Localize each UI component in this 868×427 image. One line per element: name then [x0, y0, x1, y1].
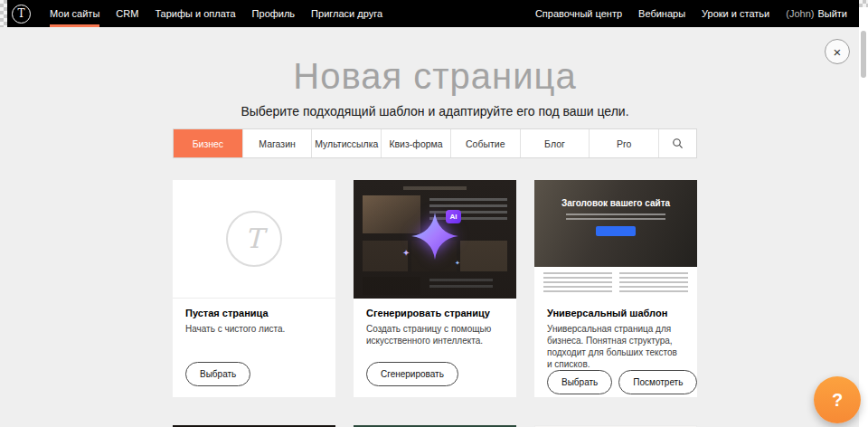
select-universal-button[interactable]: Выбрать: [547, 370, 612, 394]
ai-template-preview[interactable]: ✦ ✦ AI: [354, 180, 516, 299]
nav-profile[interactable]: Профиль: [244, 0, 304, 27]
scrollbar-thumb[interactable]: [861, 31, 866, 78]
blank-template-preview[interactable]: T: [173, 180, 335, 299]
tab-shop[interactable]: Магазин: [242, 129, 312, 157]
page-subtitle: Выберите подходящий шаблон и адаптируйте…: [173, 104, 697, 119]
card-description: Универсальная страница для бизнеса. Поня…: [547, 323, 684, 370]
card-actions: Сгенерировать: [366, 362, 504, 386]
card-actions: Выбрать Посмотреть: [547, 370, 684, 394]
nav-webinars[interactable]: Вебинары: [630, 0, 693, 27]
nav-help-center[interactable]: Справочный центр: [527, 0, 630, 27]
template-cards: T Пустая страница Начать с чистого листа…: [173, 180, 697, 397]
close-button[interactable]: ×: [825, 39, 850, 64]
sparkle-icon: ✦: [402, 249, 410, 258]
user-name: (John): [786, 8, 814, 19]
tab-multilink[interactable]: Мультиссылка: [311, 129, 381, 157]
preview-text-section: [534, 267, 697, 299]
tab-blog[interactable]: Блог: [520, 129, 590, 157]
tilda-mark-letter: T: [245, 225, 263, 252]
card-actions: Выбрать: [185, 362, 323, 386]
page-title: Новая страница: [173, 56, 697, 96]
preview-hero-button: [596, 226, 636, 236]
logout-label: Выйти: [817, 8, 847, 19]
sparkle-icon: ✦: [455, 260, 460, 266]
card-title: Универсальный шаблон: [547, 308, 684, 318]
help-icon: ?: [832, 390, 843, 411]
template-card-blank: T Пустая страница Начать с чистого листа…: [173, 180, 335, 397]
main-nav: Мои сайты CRM Тарифы и оплата Профиль Пр…: [42, 0, 391, 27]
scrollbar[interactable]: [859, 0, 868, 427]
tab-business[interactable]: Бизнес: [174, 129, 242, 157]
preview-hero-title: Заголовок вашего сайта: [534, 198, 697, 208]
card-description: Начать с чистого листа.: [185, 323, 323, 335]
topbar: T Мои сайты CRM Тарифы и оплата Профиль …: [0, 0, 868, 27]
template-card-ai: ✦ ✦ AI Сгенерировать страницу Создать ст…: [354, 180, 516, 397]
template-card-universal: Заголовок вашего сайта Универсальный шаб…: [534, 180, 697, 397]
transparency-checker: [0, 0, 7, 27]
nav-invite-friend[interactable]: Пригласи друга: [303, 0, 391, 27]
tilda-logo-icon: T: [12, 5, 31, 24]
universal-template-preview[interactable]: Заголовок вашего сайта: [534, 180, 697, 299]
tab-event[interactable]: Событие: [450, 129, 520, 157]
search-icon: [672, 138, 684, 149]
card-title: Пустая страница: [185, 308, 323, 318]
nav-lessons[interactable]: Уроки и статьи: [693, 0, 778, 27]
tab-pro[interactable]: Pro: [589, 129, 658, 157]
nav-logout[interactable]: (John) Выйти: [778, 0, 855, 27]
logo-letter: T: [17, 8, 24, 19]
nav-pricing[interactable]: Тарифы и оплата: [146, 0, 243, 27]
preview-hero: Заголовок вашего сайта: [534, 180, 697, 267]
card-body: Сгенерировать страницу Создать страницу …: [354, 299, 516, 397]
nav-crm[interactable]: CRM: [108, 0, 146, 27]
card-body: Пустая страница Начать с чистого листа. …: [173, 299, 335, 397]
tab-quiz-form[interactable]: Квиз-форма: [381, 129, 450, 157]
nav-my-sites[interactable]: Мои сайты: [42, 0, 108, 27]
tilda-mark-icon: T: [226, 211, 282, 267]
card-body: Универсальный шаблон Универсальная стран…: [534, 299, 697, 405]
preview-text-lines: [543, 272, 612, 293]
ai-badge: AI: [446, 210, 461, 223]
template-category-tabs: Бизнес Магазин Мультиссылка Квиз-форма С…: [173, 128, 697, 158]
generate-button[interactable]: Сгенерировать: [366, 362, 458, 386]
card-description: Создать страницу с помощью искусственног…: [366, 323, 504, 346]
select-blank-button[interactable]: Выбрать: [185, 362, 250, 386]
tab-search[interactable]: [658, 129, 696, 157]
transparency-checker: [859, 0, 868, 7]
main-content: Новая страница Выберите подходящий шабло…: [0, 27, 860, 427]
help-button[interactable]: ?: [814, 376, 861, 423]
preview-text-lines: [619, 272, 688, 293]
card-title: Сгенерировать страницу: [366, 308, 504, 318]
secondary-nav: Справочный центр Вебинары Уроки и статьи…: [527, 0, 868, 27]
preview-universal-button[interactable]: Посмотреть: [618, 370, 697, 394]
preview-text-lines: [566, 214, 665, 220]
